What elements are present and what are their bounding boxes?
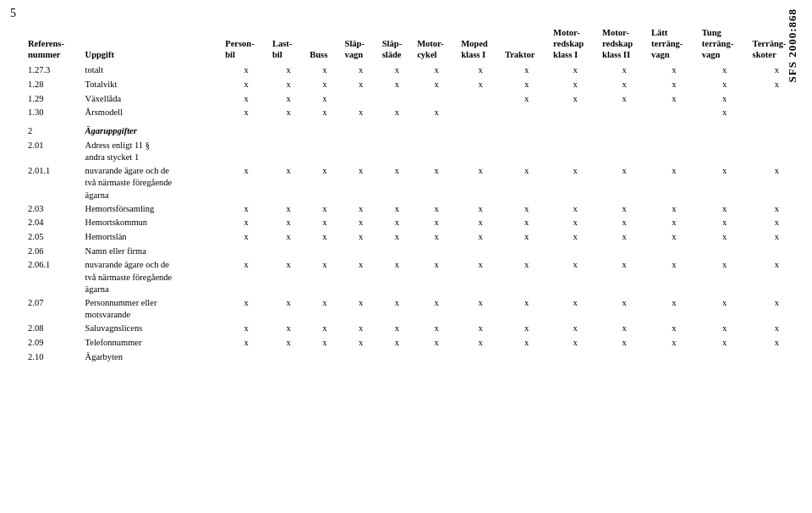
cell-value: x [270, 258, 307, 296]
cell-value [343, 245, 380, 259]
cell-value: x [343, 78, 380, 92]
cell-value [380, 245, 414, 259]
col-header-ref: Referens-nummer [25, 25, 83, 63]
cell-desc: nuvarande ägare och detvå närmaste föreg… [83, 258, 223, 296]
cell-value [551, 350, 600, 365]
cell-value: x [551, 78, 600, 92]
cell-value [343, 92, 380, 107]
cell-ref: 1.29 [25, 92, 83, 107]
col-header-lastbil: Last-bil [270, 25, 307, 63]
col-header-slapslade: Släp-släde [380, 25, 414, 63]
cell-value: x [307, 92, 342, 107]
cell-value: x [649, 92, 700, 107]
cell-value [551, 139, 600, 164]
cell-value: x [343, 63, 380, 78]
cell-value [380, 139, 414, 164]
cell-value [649, 350, 700, 365]
table-row: 2Ägaruppgifter [25, 120, 804, 139]
cell-value [600, 120, 649, 139]
cell-value [222, 120, 270, 139]
cell-value: x [458, 164, 502, 202]
cell-value [502, 245, 551, 259]
cell-value [502, 106, 551, 120]
cell-value: x [551, 258, 600, 296]
cell-value [551, 106, 600, 120]
cell-value: x [222, 322, 270, 336]
cell-value: x [270, 230, 307, 245]
col-header-motorredskap2: Motor-redskapklass II [600, 25, 649, 63]
cell-ref: 2.06 [25, 245, 83, 259]
corner-symbol: 5 [10, 7, 16, 20]
cell-ref: 1.28 [25, 78, 83, 92]
cell-value: x [700, 230, 750, 245]
cell-value: x [700, 106, 750, 120]
cell-ref: 2.06.1 [25, 258, 83, 296]
cell-value: x [380, 164, 414, 202]
table-row: 2.01Adress enligt 11 §andra stycket 1 [25, 139, 804, 164]
cell-value: x [502, 230, 551, 245]
cell-value [414, 139, 458, 164]
col-header-uppgift: Uppgift [83, 25, 223, 63]
cell-value: x [700, 92, 750, 107]
cell-value: x [307, 258, 342, 296]
cell-value: x [600, 258, 649, 296]
cell-value [414, 92, 458, 107]
cell-value: x [600, 164, 649, 202]
cell-value: x [750, 216, 804, 230]
cell-value [700, 350, 750, 365]
table-row: 2.05Hemortslänxxxxxxxxxxxxx [25, 230, 804, 245]
cell-value: x [307, 230, 342, 245]
cell-value [502, 120, 551, 139]
cell-value [270, 139, 307, 164]
cell-value [380, 120, 414, 139]
cell-ref: 2 [25, 120, 83, 139]
cell-value: x [600, 202, 649, 217]
cell-value: x [600, 230, 649, 245]
cell-value: x [343, 106, 380, 120]
cell-value: x [343, 258, 380, 296]
cell-value: x [270, 63, 307, 78]
cell-value: x [270, 322, 307, 336]
cell-value: x [750, 296, 804, 322]
cell-value: x [380, 230, 414, 245]
cell-value: x [307, 322, 342, 336]
cell-value: x [414, 63, 458, 78]
cell-value: x [600, 336, 649, 350]
cell-value: x [700, 202, 750, 217]
cell-value: x [750, 230, 804, 245]
cell-value [649, 106, 700, 120]
cell-value: x [458, 216, 502, 230]
cell-desc: Hemortslän [83, 230, 223, 245]
cell-value [750, 92, 804, 107]
cell-value: x [551, 336, 600, 350]
cell-value [222, 245, 270, 259]
cell-value [414, 245, 458, 259]
cell-value: x [458, 202, 502, 217]
col-header-latt-terrang: Lättterräng-vagn [649, 25, 700, 63]
cell-value: x [600, 78, 649, 92]
cell-value: x [380, 258, 414, 296]
cell-value: x [222, 164, 270, 202]
cell-value [414, 350, 458, 365]
cell-value: x [270, 78, 307, 92]
cell-value: x [380, 202, 414, 217]
cell-value: x [414, 296, 458, 322]
cell-value [700, 139, 750, 164]
cell-value: x [458, 63, 502, 78]
cell-value: x [458, 78, 502, 92]
cell-value: x [649, 216, 700, 230]
cell-value: x [343, 322, 380, 336]
table-row: 2.08Saluvagnslicensxxxxxxxxxxxxx [25, 322, 804, 336]
cell-desc: Hemortskommun [83, 216, 223, 230]
table-row: 1.27.3totaltxxxxxxxxxxxxx [25, 63, 804, 78]
cell-value: x [600, 92, 649, 107]
cell-value: x [414, 106, 458, 120]
cell-ref: 2.09 [25, 336, 83, 350]
col-header-moped: Mopedklass I [458, 25, 502, 63]
cell-value: x [222, 202, 270, 217]
cell-value: x [414, 230, 458, 245]
cell-desc: Totalvikt [83, 78, 223, 92]
cell-value: x [380, 296, 414, 322]
cell-value [502, 139, 551, 164]
cell-value: x [414, 216, 458, 230]
